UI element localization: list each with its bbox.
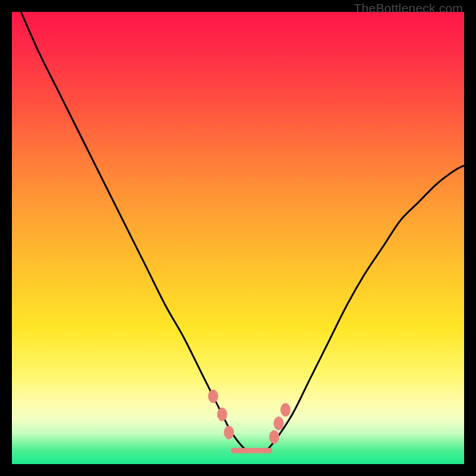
curve-marker	[224, 426, 234, 439]
curve-marker	[208, 390, 218, 403]
curve-marker	[274, 417, 283, 430]
watermark-text: TheBottleneck.com	[354, 1, 463, 15]
bottleneck-curve	[12, 12, 464, 464]
curve-marker	[217, 408, 227, 421]
curve-marker	[270, 430, 279, 443]
chart-frame: TheBottleneck.com	[0, 0, 476, 476]
curve-markers	[208, 390, 290, 443]
curve-marker	[281, 403, 290, 416]
curve-line	[21, 12, 464, 451]
plot-area	[12, 12, 464, 464]
